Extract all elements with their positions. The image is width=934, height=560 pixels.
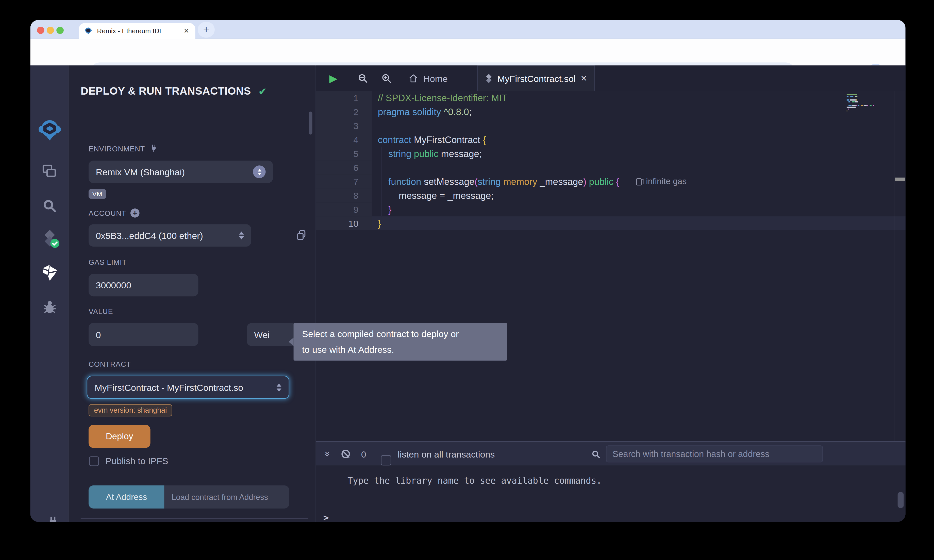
code-line: 4contract MyFirstContract { xyxy=(316,133,906,146)
listen-transactions-label: listen on all transactions xyxy=(398,449,495,459)
icon-rail xyxy=(30,65,69,522)
panel-scrollbar[interactable] xyxy=(308,112,312,135)
code-line: 5 string public message; xyxy=(316,146,906,160)
plugin-manager-icon[interactable] xyxy=(30,512,69,522)
code-line: 7 function setMessage(string memory _mes… xyxy=(316,174,906,188)
evm-version-badge: evm version: shanghai xyxy=(89,404,172,417)
remix-logo-icon[interactable] xyxy=(30,119,69,143)
environment-plug-icon xyxy=(149,144,159,154)
panel-title: DEPLOY & RUN TRANSACTIONS xyxy=(81,85,251,98)
code-line: 3 xyxy=(316,119,906,133)
contract-stepper-icon xyxy=(277,383,282,391)
account-stepper-icon xyxy=(239,232,244,239)
minimap[interactable] xyxy=(847,94,884,112)
contract-tooltip: Select a compiled contract to deploy ort… xyxy=(294,323,507,361)
code-line: 2pragma solidity ^0.8.0; xyxy=(316,105,906,119)
contract-label: CONTRACT xyxy=(89,360,131,368)
environment-value: Remix VM (Shanghai) xyxy=(96,167,253,177)
account-value: 0x5B3...eddC4 (100 ether) xyxy=(96,230,239,241)
compile-success-check-icon: ✔ xyxy=(258,85,267,97)
run-script-icon[interactable]: ▶ xyxy=(330,72,337,84)
panel-divider xyxy=(81,518,308,518)
remix-app: DEPLOY & RUN TRANSACTIONS ✔ › ENVIRONMEN… xyxy=(30,65,905,522)
code-line: 1// SPDX-License-Identifier: MIT xyxy=(316,91,906,105)
solidity-compiler-icon[interactable] xyxy=(30,226,69,250)
tab-close-icon[interactable]: ✕ xyxy=(581,74,587,83)
code-line: 9 } xyxy=(316,202,906,216)
tab-close-icon[interactable]: ✕ xyxy=(182,27,191,35)
indent-guide xyxy=(381,146,381,216)
contract-value: MyFirstContract - MyFirstContract.so xyxy=(95,382,277,392)
publish-ipfs-checkbox[interactable] xyxy=(89,456,99,466)
value-input[interactable] xyxy=(89,323,199,346)
file-explorer-icon[interactable] xyxy=(30,159,69,183)
deploy-button[interactable]: Deploy xyxy=(89,425,151,448)
terminal-clear-icon[interactable] xyxy=(342,450,350,458)
terminal-scrollbar[interactable] xyxy=(898,492,904,508)
terminal-search-icon xyxy=(590,449,601,459)
browser-window: Remix - Ethereum IDE ✕ + remix.ethereum.… xyxy=(30,20,905,522)
code-lines: 1// SPDX-License-Identifier: MIT2pragma … xyxy=(316,91,906,230)
editor-scroll-marker xyxy=(895,177,905,181)
editor: ▶ Home MyFirstContract.sol ✕ xyxy=(316,65,906,441)
active-tab-label: MyFirstContract.sol xyxy=(497,73,576,84)
terminal-count: 0 xyxy=(361,449,366,459)
at-address-input[interactable] xyxy=(165,485,289,509)
deploy-run-icon[interactable] xyxy=(30,261,69,285)
environment-label: ENVIRONMENT xyxy=(89,145,145,153)
gas-limit-input[interactable] xyxy=(89,274,199,296)
editor-scroll-gutter xyxy=(895,91,895,441)
listen-transactions-checkbox[interactable] xyxy=(381,455,391,465)
home-tab-label: Home xyxy=(423,73,448,83)
zoom-in-icon[interactable] xyxy=(381,73,392,84)
code-line: 6 xyxy=(316,160,906,174)
account-label: ACCOUNT xyxy=(89,209,126,217)
copy-account-icon[interactable] xyxy=(296,229,308,242)
environment-select[interactable]: Remix VM (Shanghai) xyxy=(89,160,273,183)
value-label: VALUE xyxy=(89,308,113,316)
traffic-minimize-button[interactable] xyxy=(47,26,54,34)
vm-badge: VM xyxy=(89,189,106,199)
terminal-header: » 0 listen on all transactions xyxy=(316,442,906,465)
home-icon xyxy=(408,73,419,83)
tab-myfirstcontract[interactable]: MyFirstContract.sol ✕ xyxy=(478,65,595,91)
remix-favicon-icon xyxy=(84,26,93,35)
browser-tab[interactable]: Remix - Ethereum IDE ✕ xyxy=(79,23,196,39)
editor-toolbar: ▶ Home MyFirstContract.sol ✕ xyxy=(316,65,906,91)
account-select[interactable]: 0x5B3...eddC4 (100 ether) xyxy=(89,224,251,246)
contract-select[interactable]: MyFirstContract - MyFirstContract.so xyxy=(87,376,289,399)
publish-ipfs-label: Publish to IPFS xyxy=(106,456,168,466)
url-bar: remix.ethereum.org/#lang=en&optimize=fal… xyxy=(30,39,905,65)
traffic-close-button[interactable] xyxy=(37,26,45,34)
gas-pump-icon xyxy=(636,178,642,185)
solidity-file-icon xyxy=(485,73,493,84)
search-icon[interactable] xyxy=(30,193,69,218)
terminal-prompt: > xyxy=(323,512,329,522)
screen: Remix - Ethereum IDE ✕ + remix.ethereum.… xyxy=(0,0,934,560)
terminal-collapse-icon[interactable]: » xyxy=(322,451,334,457)
tab-home[interactable]: Home xyxy=(401,65,455,91)
gas-limit-label: GAS LIMIT xyxy=(89,258,126,266)
tab-title: Remix - Ethereum IDE xyxy=(97,28,182,35)
debugger-icon[interactable] xyxy=(30,294,69,319)
at-address-button[interactable]: At Address xyxy=(89,485,165,509)
code-line: 8 message = _message; xyxy=(316,188,906,202)
add-account-icon[interactable]: + xyxy=(131,208,140,218)
traffic-zoom-button[interactable] xyxy=(56,26,64,34)
tab-strip: Remix - Ethereum IDE ✕ + xyxy=(30,20,905,39)
terminal-message: Type the library name to see available c… xyxy=(347,476,601,485)
code-area[interactable]: 1// SPDX-License-Identifier: MIT2pragma … xyxy=(316,91,906,441)
terminal: » 0 listen on all transactions Type the … xyxy=(316,441,906,522)
new-tab-button[interactable]: + xyxy=(198,22,215,37)
environment-stepper-icon xyxy=(253,165,265,178)
zoom-out-icon[interactable] xyxy=(357,73,368,84)
deploy-run-panel: DEPLOY & RUN TRANSACTIONS ✔ › ENVIRONMEN… xyxy=(69,65,315,522)
code-line: 10} xyxy=(316,216,906,230)
terminal-search-input[interactable] xyxy=(606,445,823,462)
